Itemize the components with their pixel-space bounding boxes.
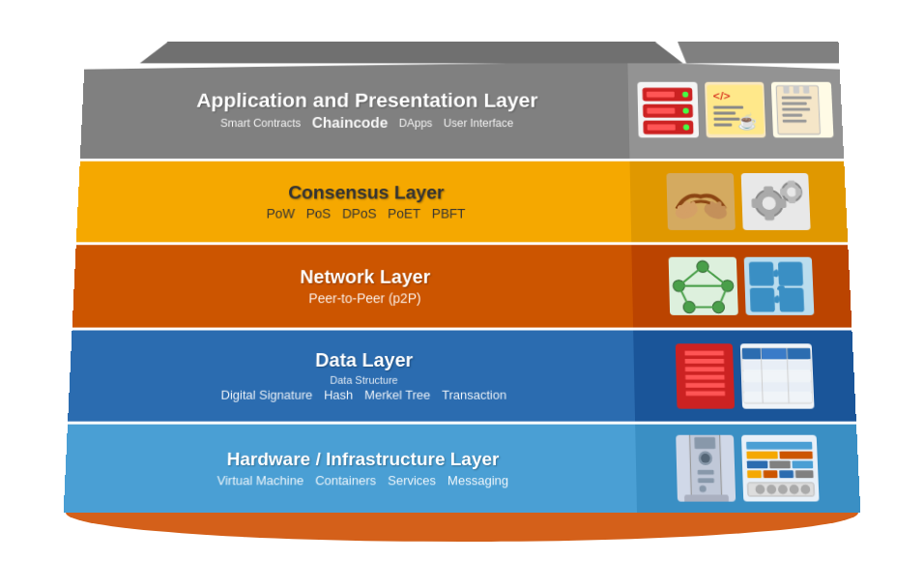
data-item-1: Hash [324, 388, 353, 402]
svg-text:☕: ☕ [737, 112, 759, 132]
svg-rect-20 [782, 97, 812, 100]
app-item-3: User Interface [444, 116, 513, 129]
svg-rect-41 [788, 181, 795, 187]
app-icon-chart: </> ☕ [705, 82, 766, 138]
svg-rect-74 [742, 382, 811, 391]
topology-svg [669, 257, 738, 315]
svg-text:</>: </> [712, 90, 730, 103]
app-item-0: Smart Contracts [220, 116, 302, 129]
consensus-layer-left: Consensus Layer PoW PoS DPoS PoET PBFT [76, 162, 631, 243]
app-icon-server [637, 82, 698, 138]
svg-rect-94 [779, 471, 794, 479]
network-layer-right [631, 245, 852, 327]
svg-rect-64 [685, 374, 725, 379]
app-item-2: DApps [399, 116, 433, 129]
svg-rect-37 [752, 198, 760, 208]
svg-line-51 [703, 267, 728, 286]
app-icon-notepad [771, 82, 833, 138]
server-svg [637, 83, 698, 136]
svg-line-50 [679, 267, 704, 286]
network-icon-topology [669, 257, 738, 315]
hardware-layer-title: Hardware / Infrastructure Layer [104, 449, 621, 470]
app-layer-title: Application and Presentation Layer [119, 89, 615, 112]
network-item-0: Peer-to-Peer (p2P) [308, 291, 420, 307]
consensus-item-0: PoW [266, 206, 295, 221]
svg-rect-93 [764, 471, 778, 479]
svg-rect-21 [782, 103, 807, 105]
data-layer-items: Digital Signature Hash Merkel Tree Trans… [107, 388, 621, 402]
svg-rect-82 [698, 470, 714, 475]
server-tower-svg [676, 435, 736, 502]
svg-rect-22 [782, 108, 810, 111]
data-item-3: Transaction [442, 388, 506, 402]
svg-rect-24 [783, 120, 807, 123]
svg-rect-62 [684, 359, 723, 364]
svg-rect-89 [747, 461, 768, 469]
svg-rect-23 [783, 114, 803, 117]
data-item-2: Merkel Tree [364, 388, 430, 402]
consensus-item-1: PoS [306, 206, 332, 221]
hardware-layer-items: Virtual Machine Containers Services Mess… [103, 473, 621, 487]
svg-rect-56 [749, 262, 774, 286]
svg-rect-92 [747, 471, 762, 479]
svg-rect-72 [742, 361, 811, 369]
hardware-item-1: Containers [315, 473, 376, 487]
table-svg [739, 346, 813, 404]
diagram-container: Application and Presentation Layer Smart… [27, 10, 897, 551]
svg-rect-35 [764, 187, 773, 194]
svg-rect-70 [762, 348, 786, 359]
data-layer-subtitle: Data Structure [107, 374, 620, 386]
hardware-item-2: Services [388, 473, 436, 487]
data-layer-right [633, 331, 856, 422]
network-layer: Network Layer Peer-to-Peer (p2P) [72, 245, 852, 327]
hardware-layer: Hardware / Infrastructure Layer Virtual … [64, 425, 861, 513]
consensus-layer-title: Consensus Layer [115, 182, 616, 203]
network-layer-left: Network Layer Peer-to-Peer (p2P) [72, 245, 633, 327]
data-icon-database [675, 343, 734, 408]
svg-rect-91 [793, 461, 814, 469]
svg-rect-85 [684, 494, 729, 501]
consensus-icon-handshake [666, 173, 735, 230]
app-layer: Application and Presentation Layer Smart… [80, 62, 844, 159]
svg-rect-75 [743, 394, 812, 402]
coding-svg: </> ☕ [705, 83, 766, 136]
gears-svg [741, 173, 811, 230]
consensus-item-2: DPoS [342, 206, 377, 221]
perspective-wrap: Application and Presentation Layer Smart… [66, 46, 858, 515]
svg-rect-69 [741, 348, 760, 359]
svg-rect-73 [742, 371, 811, 380]
svg-rect-66 [685, 391, 725, 396]
data-item-0: Digital Signature [220, 388, 312, 402]
svg-rect-11 [713, 106, 743, 109]
hardware-item-0: Virtual Machine [217, 473, 303, 487]
svg-rect-65 [685, 382, 725, 387]
svg-rect-42 [788, 197, 795, 203]
svg-rect-83 [698, 478, 714, 483]
consensus-layer-right [630, 162, 849, 243]
database-svg [675, 343, 734, 408]
app-layer-items: Smart Contracts Chaincode DApps User Int… [119, 115, 616, 132]
consensus-layer: Consensus Layer PoW PoS DPoS PoET PBFT [76, 162, 848, 243]
svg-rect-79 [694, 437, 715, 449]
svg-rect-8 [648, 125, 676, 131]
svg-rect-90 [769, 461, 791, 469]
svg-rect-6 [647, 92, 675, 98]
svg-rect-17 [784, 86, 791, 94]
data-icon-table [739, 343, 814, 408]
hardware-item-3: Messaging [448, 473, 508, 487]
consensus-icon-gears [741, 173, 811, 230]
data-layer-title: Data Layer [108, 349, 620, 371]
svg-rect-14 [713, 124, 732, 127]
puzzle-svg [744, 257, 815, 315]
svg-rect-18 [794, 86, 800, 94]
svg-rect-61 [684, 350, 723, 355]
network-icon-puzzle [744, 257, 815, 315]
svg-rect-86 [746, 442, 812, 450]
svg-rect-43 [780, 189, 786, 196]
handshake-svg [666, 173, 735, 230]
notepad-svg [771, 83, 833, 136]
network-layer-title: Network Layer [112, 266, 619, 287]
hardware-icon-tower [676, 435, 736, 502]
svg-rect-71 [787, 348, 810, 359]
svg-rect-63 [684, 367, 723, 371]
